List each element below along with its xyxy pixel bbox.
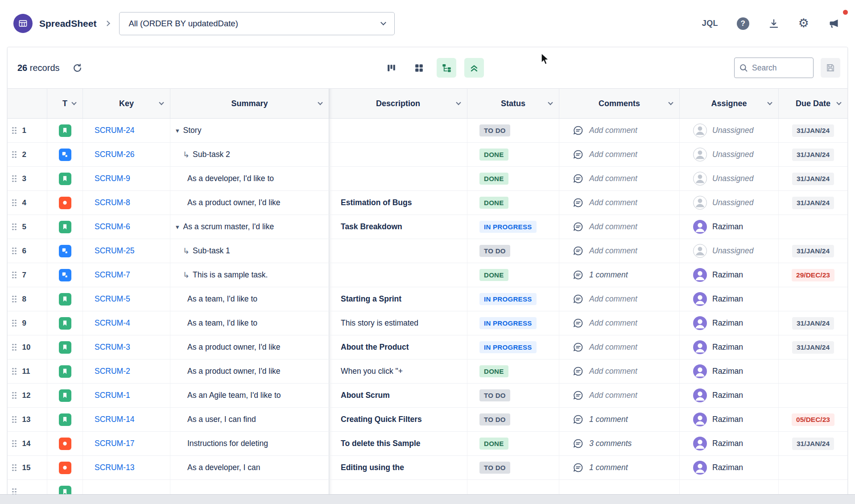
due-date-cell[interactable]: 31/JAN/24 <box>778 239 847 263</box>
description-cell[interactable] <box>329 263 467 287</box>
comments-cell[interactable]: Add comment <box>559 239 679 263</box>
summary-cell[interactable]: ▾As a scrum master, I'd like <box>170 215 329 239</box>
comments-cell[interactable]: Add comment <box>559 167 679 190</box>
status-cell[interactable]: DONE <box>467 432 559 455</box>
assignee-cell[interactable]: Raziman <box>679 359 778 383</box>
comments-cell[interactable]: Add comment <box>559 359 679 383</box>
issue-key-link[interactable]: SCRUM-2 <box>95 367 130 376</box>
drag-handle-icon[interactable] <box>12 344 14 346</box>
status-cell[interactable]: TO DO <box>467 456 559 479</box>
drag-handle-icon[interactable] <box>12 392 14 394</box>
summary-cell[interactable]: As a product owner, I'd like <box>170 335 329 359</box>
status-cell[interactable]: TO DO <box>467 384 559 407</box>
summary-cell[interactable]: ↳Sub-task 2 <box>170 143 329 166</box>
search-box[interactable] <box>734 58 814 78</box>
assignee-cell[interactable]: Unassigned <box>679 119 778 142</box>
assignee-cell[interactable]: Unassigned <box>679 143 778 166</box>
assignee-cell[interactable]: Raziman <box>679 384 778 407</box>
drag-handle-icon[interactable] <box>12 464 14 466</box>
columns-button[interactable] <box>381 58 401 78</box>
comments-cell[interactable]: 1 comment <box>559 263 679 287</box>
assignee-cell[interactable]: Unassigned <box>679 167 778 190</box>
due-date-cell[interactable]: 31/JAN/24 <box>778 167 847 190</box>
drag-handle-icon[interactable] <box>12 223 14 225</box>
assignee-cell[interactable]: Raziman <box>679 456 778 479</box>
column-header-description[interactable]: Description <box>329 89 467 118</box>
description-cell[interactable]: Editing using the <box>329 456 467 479</box>
due-date-cell[interactable] <box>778 384 847 407</box>
issue-key-link[interactable]: SCRUM-4 <box>95 318 130 328</box>
status-cell[interactable]: IN PROGRESS <box>467 287 559 311</box>
drag-handle-icon[interactable] <box>12 272 14 273</box>
assignee-cell[interactable]: Unassigned <box>679 191 778 215</box>
due-date-cell[interactable]: 31/JAN/24 <box>778 143 847 166</box>
summary-cell[interactable]: Instructions for deleting <box>170 432 329 455</box>
issue-key-link[interactable]: SCRUM-24 <box>95 126 134 135</box>
collapse-all-button[interactable] <box>464 58 484 78</box>
grid-view-button[interactable] <box>409 58 429 78</box>
column-header-type[interactable]: T <box>47 89 83 118</box>
search-input[interactable] <box>752 63 801 73</box>
status-cell[interactable]: IN PROGRESS <box>467 335 559 359</box>
column-header-due-date[interactable]: Due Date <box>778 89 847 118</box>
jql-button[interactable]: JQL <box>702 19 718 28</box>
due-date-cell[interactable]: 31/JAN/24 <box>778 119 847 142</box>
comments-cell[interactable]: 1 comment <box>559 408 679 431</box>
status-cell[interactable]: TO DO <box>467 239 559 263</box>
summary-cell[interactable]: ▾Story <box>170 119 329 142</box>
due-date-cell[interactable] <box>778 359 847 383</box>
description-cell[interactable] <box>329 143 467 166</box>
summary-cell[interactable]: As a product owner, I'd like <box>170 191 329 215</box>
due-date-cell[interactable] <box>778 480 847 494</box>
due-date-cell[interactable] <box>778 287 847 311</box>
drag-handle-icon[interactable] <box>12 416 14 418</box>
assignee-cell[interactable]: Raziman <box>679 432 778 455</box>
summary-cell[interactable]: ↳Sub-task 1 <box>170 239 329 263</box>
summary-cell[interactable]: As a team, I'd like to <box>170 311 329 335</box>
status-cell[interactable]: TO DO <box>467 119 559 142</box>
status-cell[interactable] <box>467 480 559 494</box>
summary-cell[interactable]: ↳This is a sample task. <box>170 263 329 287</box>
assignee-cell[interactable]: Raziman <box>679 311 778 335</box>
comments-cell[interactable]: 1 comment <box>559 456 679 479</box>
drag-handle-icon[interactable] <box>12 199 14 201</box>
settings-button[interactable]: ⚙ <box>798 17 809 29</box>
description-cell[interactable]: Estimation of Bugs <box>329 191 467 215</box>
tree-view-button[interactable] <box>437 58 456 78</box>
description-cell[interactable] <box>329 119 467 142</box>
drag-handle-icon[interactable] <box>12 440 14 442</box>
column-header-status[interactable]: Status <box>467 89 559 118</box>
comments-cell[interactable]: Add comment <box>559 143 679 166</box>
help-icon[interactable]: ? <box>737 17 749 30</box>
description-cell[interactable]: When you click "+ <box>329 359 467 383</box>
issue-key-link[interactable]: SCRUM-5 <box>95 294 130 304</box>
summary-cell[interactable]: As a developer, I'd like to <box>170 167 329 190</box>
description-cell[interactable]: About Scrum <box>329 384 467 407</box>
assignee-cell[interactable] <box>679 480 778 494</box>
save-button[interactable] <box>821 58 840 78</box>
summary-cell[interactable] <box>170 480 329 494</box>
due-date-cell[interactable]: 31/JAN/24 <box>778 311 847 335</box>
column-header-key[interactable]: Key <box>83 89 170 118</box>
refresh-button[interactable] <box>72 63 83 73</box>
comments-cell[interactable]: Add comment <box>559 335 679 359</box>
assignee-cell[interactable]: Raziman <box>679 408 778 431</box>
summary-cell[interactable]: As an Agile team, I'd like to <box>170 384 329 407</box>
assignee-cell[interactable]: Unassigned <box>679 239 778 263</box>
comments-cell[interactable]: Add comment <box>559 119 679 142</box>
issue-key-link[interactable]: SCRUM-17 <box>95 439 134 448</box>
column-header-assignee[interactable]: Assignee <box>679 89 778 118</box>
issue-key-link[interactable]: SCRUM-8 <box>95 198 130 207</box>
issue-key-link[interactable]: SCRUM-9 <box>95 174 130 183</box>
drag-handle-icon[interactable] <box>12 368 14 370</box>
status-cell[interactable]: DONE <box>467 191 559 215</box>
announcements-button[interactable] <box>828 17 840 29</box>
description-cell[interactable]: This story is estimated <box>329 311 467 335</box>
status-cell[interactable]: DONE <box>467 167 559 190</box>
due-date-cell[interactable] <box>778 456 847 479</box>
assignee-cell[interactable]: Raziman <box>679 263 778 287</box>
summary-cell[interactable]: As a developer, I can <box>170 456 329 479</box>
issue-key-link[interactable]: SCRUM-3 <box>95 343 130 352</box>
due-date-cell[interactable]: 31/JAN/24 <box>778 432 847 455</box>
comments-cell[interactable] <box>559 480 679 494</box>
